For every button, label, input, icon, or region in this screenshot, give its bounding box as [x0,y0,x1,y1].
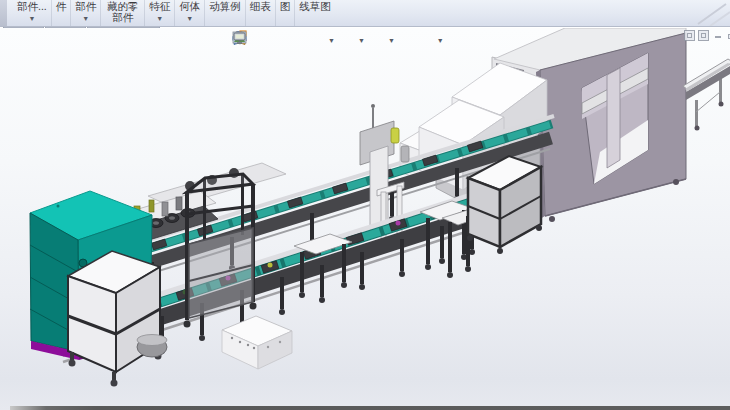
toolbar-button-assembly-features[interactable]: 特征 ▼ [145,0,175,26]
graphics-viewport[interactable]: ▼ ▼ ▼ ▼ [0,28,730,410]
toolbar-button-show-hidden-components[interactable]: 藏的零部件 [101,0,145,26]
hide-show-items-icon[interactable] [368,32,385,48]
zoom-to-area-icon[interactable] [251,32,268,48]
cascade-window-icon[interactable] [698,30,709,41]
previous-view-icon[interactable] [270,32,287,48]
heads-up-view-toolbar: ▼ ▼ ▼ ▼ [232,30,464,50]
tile-window-icon[interactable] [684,30,695,41]
command-manager-toolbar: 部件... ▼ 件 部件 ▼ 藏的零部件 特征 ▼ 何体 ▼ 动算例 细表 图 [0,0,730,27]
toolbar-button-explode-line-sketch[interactable]: 线草图 [295,0,335,26]
chevron-down-icon: ▼ [186,14,193,23]
chevron-down-icon: ▼ [156,14,163,23]
chevron-down-icon[interactable]: ▼ [328,37,335,44]
chevron-down-icon[interactable]: ▼ [358,37,365,44]
chevron-down-icon: ▼ [82,14,89,23]
chevron-down-icon: ▼ [28,14,35,23]
minimize-window-icon[interactable] [712,30,723,41]
toolbar-button-component[interactable]: 部件 ▼ [71,0,101,26]
section-view-icon[interactable] [289,32,306,48]
apply-scene-icon[interactable] [417,32,434,48]
chevron-down-icon[interactable]: ▼ [388,37,395,44]
chevron-down-icon[interactable]: ▼ [437,37,444,44]
toolbar-edge-icon [0,0,7,26]
toolbar-button-exploded-view[interactable]: 图 [276,0,296,26]
edit-appearance-icon[interactable] [398,32,415,48]
toolbar-button-insert-component[interactable]: 件 [52,0,72,26]
toolbar-button-bill-of-materials[interactable]: 细表 [246,0,276,26]
taskbar-edge [10,406,730,410]
toolbar-button-motion-study[interactable]: 动算例 [205,0,246,26]
view-settings-icon[interactable] [447,32,464,48]
annotation-views-icon[interactable] [308,32,325,48]
application-window: 部件... ▼ 件 部件 ▼ 藏的零部件 特征 ▼ 何体 ▼ 动算例 细表 图 [0,0,730,410]
restore-window-icon[interactable] [726,30,730,41]
toolbar-button-edit-component[interactable]: 部件... ▼ [13,0,52,26]
corner-decoration [690,0,730,26]
view-orientation-icon[interactable] [338,32,355,48]
assembly-3d-model[interactable] [0,28,730,410]
toolbar-button-reference-geometry[interactable]: 何体 ▼ [175,0,205,26]
floor-box [222,316,292,369]
child-window-controls [684,30,730,43]
round-tank [137,335,167,358]
exit-conveyor [683,59,730,131]
white-framed-cabinet [68,251,162,387]
